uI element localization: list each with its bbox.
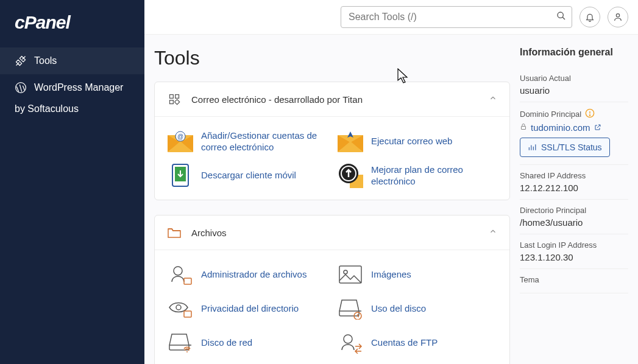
info-value: tudominio.com	[520, 122, 628, 133]
tool-label: Disco de red	[201, 337, 252, 349]
info-shared-ip: Shared IP Address 12.12.212.100	[520, 165, 628, 200]
ssl-status-button[interactable]: SSL/TLS Status	[520, 138, 610, 157]
panel-body-email: @ Añadir/Gestionar cuentas de correo ele…	[155, 117, 509, 200]
svg-point-1	[558, 12, 563, 18]
search-input[interactable]	[341, 6, 572, 28]
logo: cPanel	[0, 12, 144, 47]
sidebar: cPanel Tools WordPress Manager by Softac…	[0, 0, 144, 364]
sidebar-item-tools[interactable]: Tools	[0, 47, 144, 74]
tool-label: Descargar cliente móvil	[201, 169, 296, 181]
svg-point-3	[616, 14, 619, 17]
svg-rect-24	[184, 278, 191, 284]
tool-directory-privacy[interactable]: Privacidad del directorio	[167, 295, 327, 322]
sidebar-item-wordpress[interactable]: WordPress Manager	[0, 74, 144, 101]
lock-icon	[520, 122, 527, 133]
tool-download-mobile-client[interactable]: Descargar cliente móvil	[167, 162, 327, 189]
info-current-user: Usuario Actual usuario	[520, 68, 628, 102]
panel-body-files: Administrador de archivos Imágenes Priva…	[155, 250, 509, 364]
svg-line-2	[562, 17, 565, 19]
svg-point-27	[176, 305, 181, 310]
svg-point-30	[186, 351, 188, 352]
svg-point-31	[344, 335, 352, 343]
account-button[interactable]	[608, 7, 628, 27]
external-link-icon	[594, 122, 601, 133]
panel-header-files[interactable]: Archivos	[155, 215, 509, 250]
user-icon	[613, 12, 623, 22]
info-label: Dominio Principal	[520, 108, 628, 120]
info-panel: Información general Usuario Actual usuar…	[520, 47, 628, 352]
info-label: Last Login IP Address	[520, 240, 628, 250]
svg-point-23	[174, 267, 182, 275]
info-home-dir: Directorio Principal /home3/usuario	[520, 200, 628, 234]
info-value: usuario	[520, 85, 628, 96]
info-value: 123.1.120.30	[520, 252, 628, 262]
tool-network-disk[interactable]: Disco de red	[167, 329, 327, 356]
info-main-domain: Dominio Principal tudominio.com	[520, 102, 628, 165]
info-label: Directorio Principal	[520, 206, 628, 215]
content: Tools Correo electrónico - desarrollado …	[144, 35, 638, 364]
tool-label: Imágenes	[371, 268, 411, 281]
tool-disk-usage[interactable]: Uso del disco	[337, 295, 497, 322]
search-wrap	[341, 6, 572, 28]
envelope-rocket-icon	[337, 128, 364, 155]
chevron-up-icon	[489, 227, 497, 238]
bell-icon	[585, 12, 595, 22]
chevron-up-icon	[489, 94, 497, 105]
sidebar-sub-text: by Softaculous	[0, 101, 144, 122]
svg-rect-4	[170, 95, 174, 99]
folder-icon	[167, 225, 182, 240]
envelope-at-icon: @	[167, 128, 194, 155]
info-label: Usuario Actual	[520, 74, 628, 83]
tool-label: Mejorar plan de correo electrónico	[371, 164, 497, 187]
wordpress-icon	[15, 82, 27, 94]
info-label: Tema	[520, 275, 628, 284]
user-transfer-icon	[337, 329, 364, 356]
page-title: Tools	[154, 47, 510, 69]
tool-add-email-accounts[interactable]: @ Añadir/Gestionar cuentas de correo ele…	[167, 128, 327, 155]
tools-icon	[15, 55, 27, 67]
user-folder-icon	[167, 261, 194, 288]
panel-email: Correo electrónico - desarrollado por Ti…	[154, 82, 510, 200]
eye-folder-icon	[167, 295, 194, 322]
tool-label: Ejecutar correo web	[371, 135, 452, 147]
picture-icon	[337, 261, 364, 288]
info-label: Shared IP Address	[520, 171, 628, 180]
tool-ftp-accounts[interactable]: Cuentas de FTP	[337, 329, 497, 356]
topbar	[144, 0, 638, 35]
info-title: Información general	[520, 47, 628, 58]
search-icon	[556, 11, 566, 23]
info-last-login: Last Login IP Address 123.1.120.30	[520, 234, 628, 269]
svg-point-34	[589, 115, 590, 116]
svg-rect-25	[339, 266, 361, 283]
tool-label: Uso del disco	[371, 303, 426, 315]
svg-point-26	[344, 270, 347, 274]
svg-rect-5	[175, 95, 179, 99]
tool-label: Privacidad del directorio	[201, 303, 299, 315]
phone-download-icon	[167, 162, 194, 189]
tool-upgrade-email-plan[interactable]: Mejorar plan de correo electrónico	[337, 162, 497, 189]
tool-label: Añadir/Gestionar cuentas de correo elect…	[201, 130, 327, 153]
svg-text:@: @	[177, 133, 183, 140]
panel-files: Archivos Administrador de archivos	[154, 215, 510, 364]
panel-header-email[interactable]: Correo electrónico - desarrollado por Ti…	[155, 82, 509, 117]
left-column: Tools Correo electrónico - desarrollado …	[154, 47, 510, 352]
main: Tools Correo electrónico - desarrollado …	[144, 0, 638, 364]
panel-title: Archivos	[191, 228, 479, 238]
tool-images[interactable]: Imágenes	[337, 261, 497, 288]
domain-link[interactable]: tudominio.com	[531, 122, 590, 133]
tool-label: Administrador de archivos	[201, 268, 307, 281]
svg-rect-7	[174, 99, 179, 104]
sidebar-item-label: Tools	[34, 55, 57, 66]
info-theme: Tema	[520, 269, 628, 293]
svg-rect-35	[522, 127, 526, 130]
tool-file-manager[interactable]: Administrador de archivos	[167, 261, 327, 288]
svg-rect-6	[170, 100, 174, 104]
tool-execute-webmail[interactable]: Ejecutar correo web	[337, 128, 497, 155]
notifications-button[interactable]	[580, 7, 600, 27]
svg-rect-28	[184, 311, 191, 317]
panel-title: Correo electrónico - desarrollado por Ti…	[191, 94, 479, 105]
disk-clock-icon	[337, 295, 364, 322]
warning-icon	[585, 108, 595, 120]
sidebar-item-label: WordPress Manager	[34, 82, 123, 93]
info-value: /home3/usuario	[520, 217, 628, 228]
